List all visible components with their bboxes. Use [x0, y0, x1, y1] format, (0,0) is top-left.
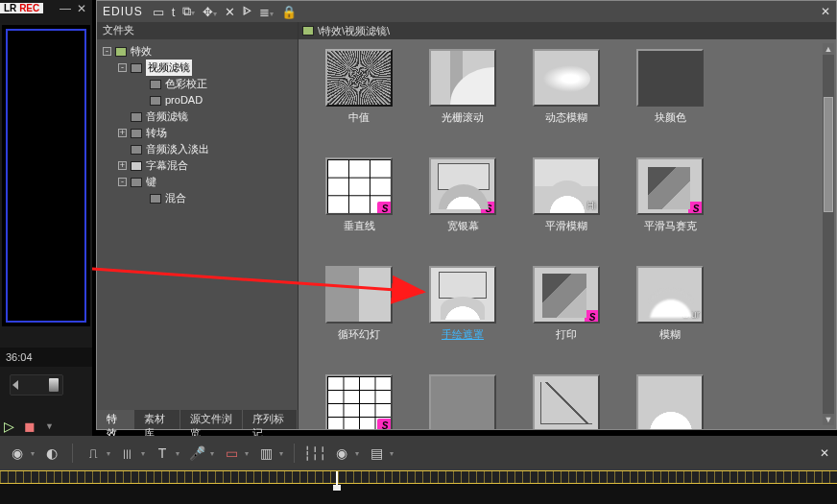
titlebar-toolbar: ▭ t ⧉▾ ✥▾ ✕ ᐈ ≣▾ 🔒: [153, 4, 811, 19]
effect-item[interactable]: S平滑马赛克: [619, 157, 721, 233]
tree-blend[interactable]: 混合: [165, 190, 186, 206]
minimize-icon[interactable]: —: [60, 2, 71, 15]
sidebar-header: 文件夹: [97, 22, 298, 39]
palette-icon[interactable]: ᐈ: [243, 4, 251, 19]
anchor-icon[interactable]: ⎍: [84, 444, 103, 462]
preview-frame: [6, 29, 86, 323]
strip-icon[interactable]: ▭: [222, 444, 241, 462]
in-icon[interactable]: ◐: [42, 444, 61, 462]
effect-item[interactable]: 光栅滚动: [412, 49, 514, 125]
scroll-thumb[interactable]: [824, 97, 833, 212]
effect-item[interactable]: Blur模糊: [619, 266, 721, 342]
effect-item[interactable]: [619, 374, 721, 429]
tree-key[interactable]: 键: [146, 174, 156, 190]
folder-icon[interactable]: ▭: [153, 5, 164, 19]
expand-toggle[interactable]: +: [118, 129, 127, 137]
play-icon[interactable]: ▷: [4, 419, 14, 434]
effect-label: 打印: [515, 327, 617, 342]
layers-icon[interactable]: ▥: [256, 444, 275, 462]
effect-thumb: [533, 374, 600, 429]
effect-item[interactable]: S宽银幕: [412, 157, 514, 233]
expand-toggle[interactable]: +: [118, 161, 127, 170]
color-wheel-icon[interactable]: ◉: [332, 444, 351, 462]
chevron-down-icon[interactable]: ▼: [45, 421, 54, 431]
tree-effects[interactable]: 特效: [131, 43, 152, 60]
effect-item[interactable]: 循环幻灯: [308, 266, 410, 342]
timeline[interactable]: [0, 470, 837, 504]
effect-thumb: [325, 266, 393, 324]
record-icon[interactable]: ◉: [8, 444, 27, 462]
effect-label: 中值: [308, 110, 410, 125]
effect-item[interactable]: 动态模糊: [515, 49, 617, 125]
volume-slider[interactable]: [10, 374, 63, 396]
rec-indicator: LR REC: [0, 3, 43, 13]
sidebar-tabs: 特效 素材库 源文件浏览 序列标记: [97, 410, 298, 429]
timeline-ruler[interactable]: [0, 470, 837, 484]
effects-grid: 中值光栅滚动动态模糊块颜色S垂直线S宽银幕Hi平滑模糊S平滑马赛克循环幻灯手绘遮…: [308, 49, 817, 429]
bars-icon[interactable]: ⫼: [118, 444, 137, 462]
effect-label: 平滑马赛克: [619, 219, 721, 233]
effects-content: \特效\视频滤镜\ 中值光栅滚动动态模糊块颜色S垂直线S宽银幕Hi平滑模糊S平滑…: [299, 22, 836, 429]
list-icon[interactable]: ≣▾: [259, 5, 274, 19]
effect-item[interactable]: S: [308, 374, 410, 429]
toolbar-close-icon[interactable]: ✕: [820, 446, 829, 460]
expand-toggle[interactable]: -: [103, 47, 111, 56]
filter-icon: [131, 112, 142, 122]
mic-icon[interactable]: 🎤: [187, 444, 206, 462]
expand-toggle[interactable]: -: [118, 63, 127, 72]
close-icon[interactable]: ✕: [77, 2, 86, 15]
tree-audio-cross[interactable]: 音频淡入淡出: [146, 141, 209, 157]
tab-browser[interactable]: 源文件浏览: [180, 410, 244, 429]
stop-icon[interactable]: ◼: [24, 419, 36, 434]
effect-item[interactable]: 手绘遮罩: [412, 266, 514, 342]
effect-item[interactable]: S打印: [515, 266, 617, 342]
breadcrumb-path: \特效\视频滤镜\: [318, 24, 390, 38]
sliders-icon[interactable]: ┆╎╎: [305, 444, 324, 462]
wand-icon[interactable]: ✥▾: [203, 5, 217, 19]
breadcrumb: \特效\视频滤镜\: [299, 22, 836, 39]
tree-video-filter[interactable]: 视频滤镜: [146, 60, 192, 76]
preset-badge: S: [377, 419, 393, 429]
effect-thumb: [429, 49, 496, 107]
tab-effects[interactable]: 特效: [97, 410, 134, 429]
rec-text: REC: [19, 3, 39, 13]
vol-knob[interactable]: [49, 378, 59, 392]
effect-item[interactable]: 块颜色: [619, 49, 721, 125]
tree-color-correct[interactable]: 色彩校正: [165, 76, 207, 92]
tree-title-mix[interactable]: 字幕混合: [146, 157, 188, 174]
tab-library[interactable]: 素材库: [134, 410, 180, 429]
tab-markers[interactable]: 序列标记: [243, 410, 298, 429]
effect-thumb: S: [429, 157, 496, 215]
lock-icon[interactable]: 🔒: [281, 5, 297, 19]
anchor-icon[interactable]: t: [172, 5, 176, 19]
filter-icon: [131, 129, 142, 138]
effect-item[interactable]: [515, 374, 617, 429]
tree-prodad[interactable]: proDAD: [165, 92, 203, 108]
scroll-down-icon[interactable]: ▼: [823, 414, 834, 425]
text-icon[interactable]: T: [153, 444, 172, 462]
titlebar: EDIUS ▭ t ⧉▾ ✥▾ ✕ ᐈ ≣▾ 🔒 ✕: [97, 1, 836, 22]
effect-label: 光栅滚动: [412, 110, 514, 125]
panel-close-icon[interactable]: ✕: [821, 5, 830, 18]
tree-audio-filter[interactable]: 音频滤镜: [146, 108, 188, 125]
folder-tree[interactable]: -特效 -视频滤镜 色彩校正 proDAD 音频滤镜 +转场 音频淡入淡出 +字…: [97, 39, 298, 410]
list2-icon[interactable]: ▤: [367, 444, 386, 462]
key-icon: [131, 178, 142, 187]
effect-item[interactable]: [412, 374, 514, 429]
playhead[interactable]: [336, 471, 338, 485]
scrollbar[interactable]: ▲ ▼: [823, 43, 834, 425]
effect-item[interactable]: Hi平滑模糊: [515, 157, 617, 233]
scissors-icon[interactable]: ✕: [225, 5, 235, 19]
effect-label: 块颜色: [619, 110, 721, 125]
effect-label: 模糊: [619, 327, 721, 342]
effect-thumb: [325, 49, 393, 107]
effect-item[interactable]: S垂直线: [308, 157, 410, 233]
effect-label: 动态模糊: [515, 110, 617, 125]
tree-icon[interactable]: ⧉▾: [182, 4, 195, 19]
effect-item[interactable]: 中值: [308, 49, 410, 125]
tree-transition[interactable]: 转场: [146, 125, 167, 141]
monitor-window-controls[interactable]: —✕: [60, 2, 86, 15]
effects-panel: EDIUS ▭ t ⧉▾ ✥▾ ✕ ᐈ ≣▾ 🔒 ✕ 文件夹 -特效 -视频滤镜…: [96, 0, 837, 430]
expand-toggle[interactable]: -: [118, 178, 127, 186]
scroll-up-icon[interactable]: ▲: [823, 43, 834, 55]
